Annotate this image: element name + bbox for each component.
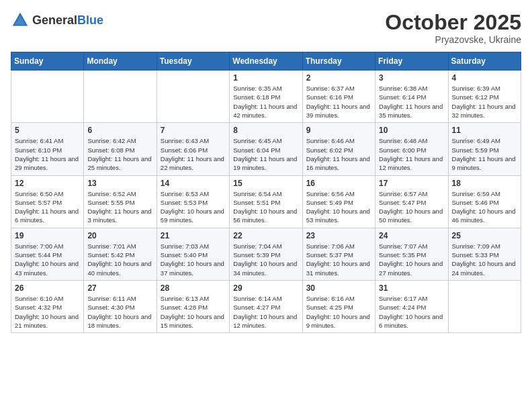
day-sunset: Sunset: 5:39 PM bbox=[233, 250, 298, 259]
table-row: 14 Sunrise: 6:53 AM Sunset: 5:53 PM Dayl… bbox=[157, 175, 229, 228]
table-row: 12 Sunrise: 6:50 AM Sunset: 5:57 PM Dayl… bbox=[11, 175, 84, 228]
day-number: 15 bbox=[233, 179, 298, 188]
day-sunrise: Sunrise: 7:07 AM bbox=[379, 242, 444, 250]
table-row: 4 Sunrise: 6:39 AM Sunset: 6:12 PM Dayli… bbox=[448, 71, 521, 123]
day-sunset: Sunset: 4:30 PM bbox=[87, 303, 152, 312]
day-number: 2 bbox=[306, 73, 371, 83]
table-row: 20 Sunrise: 7:01 AM Sunset: 5:42 PM Dayl… bbox=[84, 228, 157, 280]
day-number: 22 bbox=[233, 231, 298, 240]
day-sunrise: Sunrise: 6:38 AM bbox=[379, 84, 444, 93]
day-number: 19 bbox=[15, 231, 80, 240]
table-row: 11 Sunrise: 6:49 AM Sunset: 5:59 PM Dayl… bbox=[448, 123, 521, 175]
day-sunset: Sunset: 5:46 PM bbox=[452, 198, 517, 207]
day-sunrise: Sunrise: 6:17 AM bbox=[379, 294, 444, 303]
day-sunrise: Sunrise: 6:10 AM bbox=[15, 294, 80, 303]
table-row: 22 Sunrise: 7:04 AM Sunset: 5:39 PM Dayl… bbox=[230, 228, 302, 280]
calendar-header-row: Sunday Monday Tuesday Wednesday Thursday… bbox=[11, 52, 521, 71]
day-daylight: Daylight: 11 hours and 39 minutes. bbox=[306, 102, 371, 120]
col-wednesday: Wednesday bbox=[230, 52, 302, 71]
table-row: 29 Sunrise: 6:14 AM Sunset: 4:27 PM Dayl… bbox=[230, 280, 302, 332]
day-daylight: Daylight: 11 hours and 25 minutes. bbox=[87, 154, 152, 173]
day-daylight: Daylight: 10 hours and 50 minutes. bbox=[379, 207, 444, 225]
table-row: 7 Sunrise: 6:43 AM Sunset: 6:06 PM Dayli… bbox=[157, 123, 229, 175]
day-number: 24 bbox=[379, 231, 444, 240]
day-sunrise: Sunrise: 6:53 AM bbox=[161, 189, 226, 198]
table-row: 21 Sunrise: 7:03 AM Sunset: 5:40 PM Dayl… bbox=[157, 228, 229, 280]
day-sunset: Sunset: 5:33 PM bbox=[452, 250, 517, 259]
day-daylight: Daylight: 10 hours and 37 minutes. bbox=[161, 259, 226, 277]
day-sunrise: Sunrise: 6:39 AM bbox=[452, 84, 517, 93]
day-number: 17 bbox=[379, 179, 444, 188]
day-number: 8 bbox=[233, 126, 298, 135]
day-sunset: Sunset: 4:32 PM bbox=[15, 303, 80, 312]
calendar-week-row: 19 Sunrise: 7:00 AM Sunset: 5:44 PM Dayl… bbox=[11, 228, 521, 280]
day-number: 3 bbox=[379, 73, 444, 83]
day-daylight: Daylight: 10 hours and 24 minutes. bbox=[452, 259, 517, 277]
month-title: October 2025 bbox=[385, 11, 521, 34]
table-row: 24 Sunrise: 7:07 AM Sunset: 5:35 PM Dayl… bbox=[375, 228, 448, 280]
day-number: 16 bbox=[306, 179, 371, 188]
logo-text-general: General bbox=[32, 13, 77, 27]
day-number: 7 bbox=[161, 126, 226, 135]
table-row: 28 Sunrise: 6:13 AM Sunset: 4:28 PM Dayl… bbox=[157, 280, 229, 332]
day-daylight: Daylight: 11 hours and 3 minutes. bbox=[87, 207, 152, 225]
table-row: 23 Sunrise: 7:06 AM Sunset: 5:37 PM Dayl… bbox=[302, 228, 375, 280]
day-number: 12 bbox=[15, 179, 80, 188]
day-sunset: Sunset: 6:10 PM bbox=[15, 146, 80, 154]
logo-text-blue: Blue bbox=[77, 13, 103, 27]
table-row: 17 Sunrise: 6:57 AM Sunset: 5:47 PM Dayl… bbox=[375, 175, 448, 228]
calendar-table: Sunday Monday Tuesday Wednesday Thursday… bbox=[11, 52, 521, 333]
day-sunrise: Sunrise: 6:56 AM bbox=[306, 189, 371, 198]
day-sunrise: Sunrise: 6:11 AM bbox=[87, 294, 152, 303]
day-number: 25 bbox=[452, 231, 517, 240]
day-sunset: Sunset: 6:06 PM bbox=[161, 146, 226, 154]
day-sunset: Sunset: 6:02 PM bbox=[306, 146, 371, 154]
table-row: 9 Sunrise: 6:46 AM Sunset: 6:02 PM Dayli… bbox=[302, 123, 375, 175]
day-sunrise: Sunrise: 6:45 AM bbox=[233, 136, 298, 145]
table-row: 15 Sunrise: 6:54 AM Sunset: 5:51 PM Dayl… bbox=[230, 175, 302, 228]
day-sunset: Sunset: 4:27 PM bbox=[233, 303, 298, 312]
day-sunset: Sunset: 5:44 PM bbox=[15, 250, 80, 259]
day-number: 11 bbox=[452, 126, 517, 135]
day-daylight: Daylight: 10 hours and 31 minutes. bbox=[306, 259, 371, 277]
table-row: 18 Sunrise: 6:59 AM Sunset: 5:46 PM Dayl… bbox=[448, 175, 521, 228]
day-sunrise: Sunrise: 6:46 AM bbox=[306, 136, 371, 145]
day-daylight: Daylight: 10 hours and 21 minutes. bbox=[15, 312, 80, 330]
day-sunset: Sunset: 4:25 PM bbox=[306, 303, 371, 312]
day-sunrise: Sunrise: 6:14 AM bbox=[233, 294, 298, 303]
day-sunset: Sunset: 5:59 PM bbox=[452, 146, 517, 154]
day-number: 9 bbox=[306, 126, 371, 135]
col-thursday: Thursday bbox=[302, 52, 375, 71]
day-sunrise: Sunrise: 6:54 AM bbox=[233, 189, 298, 198]
col-saturday: Saturday bbox=[448, 52, 521, 71]
table-row bbox=[448, 280, 521, 332]
calendar-week-row: 5 Sunrise: 6:41 AM Sunset: 6:10 PM Dayli… bbox=[11, 123, 521, 175]
day-number: 27 bbox=[87, 283, 152, 293]
calendar-week-row: 26 Sunrise: 6:10 AM Sunset: 4:32 PM Dayl… bbox=[11, 280, 521, 332]
day-sunrise: Sunrise: 6:35 AM bbox=[233, 84, 298, 93]
table-row: 8 Sunrise: 6:45 AM Sunset: 6:04 PM Dayli… bbox=[230, 123, 302, 175]
day-daylight: Daylight: 10 hours and 9 minutes. bbox=[306, 312, 371, 330]
day-number: 26 bbox=[15, 283, 80, 293]
day-daylight: Daylight: 10 hours and 15 minutes. bbox=[161, 312, 226, 330]
table-row: 10 Sunrise: 6:48 AM Sunset: 6:00 PM Dayl… bbox=[375, 123, 448, 175]
day-daylight: Daylight: 11 hours and 12 minutes. bbox=[379, 154, 444, 173]
day-sunset: Sunset: 6:08 PM bbox=[87, 146, 152, 154]
day-sunset: Sunset: 6:00 PM bbox=[379, 146, 444, 154]
day-number: 31 bbox=[379, 283, 444, 293]
day-sunset: Sunset: 6:14 PM bbox=[379, 93, 444, 101]
day-daylight: Daylight: 10 hours and 56 minutes. bbox=[233, 207, 298, 225]
day-sunrise: Sunrise: 6:13 AM bbox=[161, 294, 226, 303]
day-sunset: Sunset: 5:51 PM bbox=[233, 198, 298, 207]
day-sunset: Sunset: 5:47 PM bbox=[379, 198, 444, 207]
day-sunrise: Sunrise: 6:16 AM bbox=[306, 294, 371, 303]
table-row: 31 Sunrise: 6:17 AM Sunset: 4:24 PM Dayl… bbox=[375, 280, 448, 332]
table-row: 27 Sunrise: 6:11 AM Sunset: 4:30 PM Dayl… bbox=[84, 280, 157, 332]
day-daylight: Daylight: 11 hours and 6 minutes. bbox=[15, 207, 80, 225]
table-row: 6 Sunrise: 6:42 AM Sunset: 6:08 PM Dayli… bbox=[84, 123, 157, 175]
day-number: 20 bbox=[87, 231, 152, 240]
day-daylight: Daylight: 11 hours and 42 minutes. bbox=[233, 102, 298, 120]
calendar-week-row: 1 Sunrise: 6:35 AM Sunset: 6:18 PM Dayli… bbox=[11, 71, 521, 123]
day-number: 6 bbox=[87, 126, 152, 135]
day-sunrise: Sunrise: 7:00 AM bbox=[15, 242, 80, 250]
